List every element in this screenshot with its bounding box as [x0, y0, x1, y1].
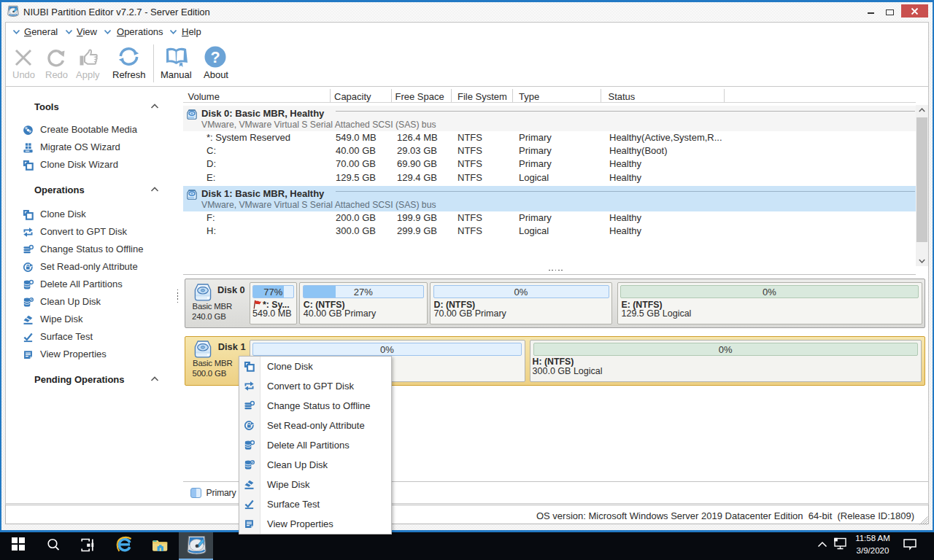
svg-text:?: ? — [210, 49, 220, 66]
